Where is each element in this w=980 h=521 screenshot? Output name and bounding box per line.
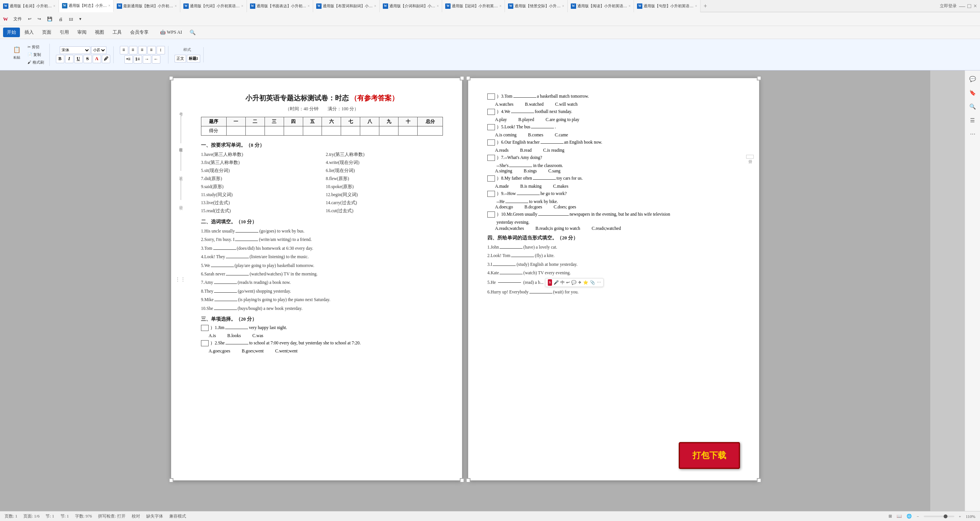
view-read-btn[interactable]: 📖 [897, 514, 902, 519]
menu-tools[interactable]: 工具 [109, 28, 126, 37]
justify-btn[interactable]: ≡ [147, 46, 156, 54]
format-painter-btn[interactable]: 🖌 格式刷 [25, 59, 46, 66]
page-drag-handle[interactable]: ⋮⋮ [175, 276, 186, 283]
menu-start[interactable]: 开始 [3, 28, 20, 37]
right-tool-comment[interactable]: 💬 [967, 74, 978, 84]
tab-yuedu[interactable]: W 通用版【阅读】小升初英语… × [568, 0, 634, 12]
paste-btn[interactable]: 📋 粘贴 [9, 44, 24, 66]
tab-jiec[interactable]: W 通用版【介词和副词】小… × [380, 0, 443, 12]
tab-close6-icon[interactable]: × [437, 4, 439, 8]
italic-btn[interactable]: I [65, 55, 74, 63]
tab-juxing[interactable]: W 通用版【句型】小升初英语… × [634, 0, 701, 12]
menu-view[interactable]: 视图 [91, 28, 108, 37]
indent-decrease-btn[interactable]: ← [152, 55, 160, 64]
align-right-btn[interactable]: ≡ [138, 46, 147, 54]
s3-q5-text: ）5.Look! The bus. [497, 124, 556, 130]
tab-qingjing[interactable]: W 通用版【情景交际】小升… × [505, 0, 568, 12]
s3-q9: ）9.--Howhe go to work? [487, 191, 740, 197]
font-family-select[interactable]: 宋体 [60, 46, 90, 54]
tab-close7-icon[interactable]: × [499, 4, 501, 8]
tab-add-button[interactable]: + [701, 3, 710, 10]
close-button[interactable]: × [973, 3, 977, 10]
s3-q5: ）5.Look! The bus. [487, 124, 740, 130]
minimize-button[interactable]: — [959, 3, 965, 10]
style-normal[interactable]: 正文 [175, 55, 186, 62]
tab-close9-icon[interactable]: × [629, 4, 631, 8]
more-btn[interactable]: ▾ [77, 16, 84, 22]
zoom-in-btn[interactable]: + [959, 514, 961, 519]
s3-q7-text: ）7.--What's Amy doing? [497, 155, 542, 161]
line-spacing-btn[interactable]: ↕ [157, 46, 165, 54]
zoom-slider[interactable] [924, 516, 954, 517]
right-score-label: 得分 [746, 155, 754, 159]
opt-c1: C.was [252, 333, 263, 338]
right-tool-search[interactable]: 🔍 [967, 101, 978, 112]
menu-page[interactable]: 页面 [38, 28, 55, 37]
menu-wpsai[interactable]: 🤖 WPS AI [156, 28, 186, 37]
tab-daici[interactable]: W 通用版【代词】小升初英语… × [180, 0, 247, 12]
align-left-btn[interactable]: ≡ [120, 46, 128, 54]
menu-review[interactable]: 审阅 [74, 28, 90, 37]
tab-shici[interactable]: W 最新通用版【数词】小升初… × [114, 0, 180, 12]
th-8: 八 [360, 117, 379, 126]
view-web-btn[interactable]: 🌐 [906, 514, 912, 519]
tab-guanci[interactable]: W 通用版【冠词】小升初英… × [442, 0, 505, 12]
tab-close4-icon[interactable]: × [308, 4, 310, 8]
s1-item2: 2.try(第三人称单数) [326, 151, 443, 158]
save-btn[interactable]: 💾 [45, 16, 55, 22]
bold-btn[interactable]: B [56, 55, 64, 63]
menu-insert[interactable]: 插入 [21, 28, 38, 37]
tab-mingci[interactable]: W 通用版【名词】小升初… × [0, 0, 59, 12]
redo-btn[interactable]: ↪ [35, 16, 43, 22]
doc-title: 小升初英语专题达标测试卷：时态 （有参考答案） [201, 93, 443, 103]
s3-q4-text: ）4.Wefootball next Sunday. [497, 109, 572, 115]
copy-btn[interactable]: 📄 复制 [25, 51, 46, 58]
bullet-list-btn[interactable]: •≡ [124, 55, 133, 64]
zoom-slider-handle[interactable] [944, 514, 947, 518]
mc-paren2 [201, 340, 209, 346]
number-list-btn[interactable]: 1≡ [134, 55, 142, 64]
tab-shumian[interactable]: W 通用版【书面表达】小升初… × [247, 0, 314, 12]
right-tool-more[interactable]: ⋯ [967, 129, 978, 139]
right-tool-bookmark[interactable]: 🔖 [967, 87, 978, 98]
login-button[interactable]: 立即登录 [940, 3, 957, 9]
opt-c6: C.is reading [543, 148, 565, 152]
file-menu-btn[interactable]: 文件 [11, 15, 24, 23]
tab-shitai[interactable]: W 通用版【时态】小升… × [59, 0, 114, 12]
s3-q2-text: ）2.Sheto school at 7:00 every day, but y… [210, 340, 361, 346]
tab-close3-icon[interactable]: × [241, 4, 243, 8]
tab-close-icon[interactable]: × [53, 4, 56, 8]
font-color-btn[interactable]: A [93, 55, 101, 63]
tab-close5-icon[interactable]: × [374, 4, 376, 8]
corner-br [460, 478, 464, 483]
right-tool-nav[interactable]: ☰ [967, 115, 978, 126]
tab-close-active-icon[interactable]: × [108, 3, 111, 8]
zoom-out-btn[interactable]: − [916, 514, 919, 519]
s3-q6-text: ）6.Our English teacheran English book no… [497, 139, 602, 145]
download-badge[interactable]: 打包下载 [679, 442, 740, 469]
maximize-button[interactable]: □ [967, 3, 971, 10]
tab-fuci[interactable]: W 通用版【布置词和副词】小… × [313, 0, 380, 12]
format-btn[interactable]: Ш [67, 16, 75, 22]
corner-br-r [757, 478, 761, 483]
s2-q2: 2.Sorry, I'm busy. I(write/am writing) t… [201, 236, 443, 243]
font-size-select[interactable]: 小四 12 [91, 46, 106, 54]
cut-btn[interactable]: ✂ 剪切 [25, 44, 46, 51]
tab-close10-icon[interactable]: × [695, 4, 697, 8]
tab-close8-icon[interactable]: × [562, 4, 564, 8]
menu-member[interactable]: 会员专享 [126, 28, 152, 37]
indent-increase-btn[interactable]: → [143, 55, 151, 64]
align-center-btn[interactable]: ≡ [129, 46, 137, 54]
strikethrough-btn[interactable]: S [83, 55, 92, 63]
underline-btn[interactable]: U [74, 55, 83, 63]
highlight-btn[interactable]: 🖊 [102, 55, 110, 63]
menu-reference[interactable]: 引用 [56, 28, 73, 37]
search-input[interactable]: 🔍 [189, 29, 196, 36]
view-normal-btn[interactable]: ⊞ [889, 514, 892, 519]
print-btn[interactable]: 🖨 [56, 16, 65, 22]
opt-c9: C.does; goes [554, 205, 576, 209]
undo-btn[interactable]: ↩ [26, 16, 34, 22]
style-heading1[interactable]: 标题1 [187, 55, 200, 62]
td-defen: 得分 [201, 126, 227, 136]
tab-close2-icon[interactable]: × [175, 4, 177, 8]
